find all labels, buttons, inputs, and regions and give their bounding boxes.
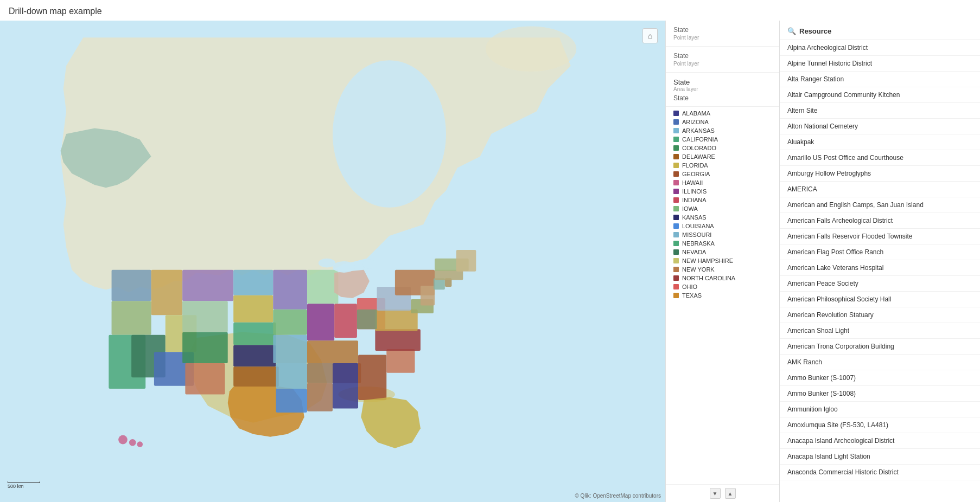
resource-list-item[interactable]: Ammo Bunker (S-1008) (780, 386, 980, 402)
legend-layer1-subtitle: Point layer (673, 35, 772, 41)
legend-item[interactable]: OHIO (673, 282, 772, 291)
legend-item[interactable]: NORTH CAROLINA (673, 274, 772, 282)
right-panel: State Point layer State Point layer Stat… (665, 21, 980, 502)
svg-rect-7 (112, 301, 151, 335)
resource-list-item[interactable]: Anacapa Island Light Station (780, 449, 980, 465)
svg-rect-24 (273, 335, 307, 363)
svg-rect-36 (386, 349, 415, 373)
scroll-up-button[interactable]: ▲ (725, 488, 736, 499)
resource-list-item[interactable]: Altair Campground Community Kitchen (780, 87, 980, 103)
resource-list-item[interactable]: Amarillo US Post Office and Courthouse (780, 150, 980, 166)
legend-color (673, 128, 679, 133)
svg-point-3 (129, 439, 136, 446)
legend-items-list[interactable]: ALABAMAARIZONAARKANSASCALIFORNIACOLORADO… (666, 107, 779, 484)
map-attribution: © Qlik: OpenStreetMap contributors (575, 493, 661, 499)
resource-list-item[interactable]: Anacapa Island Archeological District (780, 433, 980, 449)
legend-item[interactable]: ILLINOIS (673, 187, 772, 196)
legend-layer1-title: State (673, 26, 772, 34)
legend-item[interactable]: TEXAS (673, 291, 772, 300)
legend-color (673, 111, 679, 116)
resource-list-item[interactable]: Amburgy Hollow Petroglyphs (780, 166, 980, 182)
legend-color (673, 197, 679, 203)
legend-item[interactable]: COLORADO (673, 144, 772, 152)
resource-list-item[interactable]: Ammo Bunker (S-1007) (780, 370, 980, 386)
resource-list-item[interactable]: Aluakpak (780, 134, 980, 150)
legend-item[interactable]: IOWA (673, 204, 772, 213)
legend-color (673, 232, 679, 237)
legend-state-name: MISSOURI (682, 231, 711, 238)
svg-rect-17 (233, 270, 273, 295)
resource-panel: 🔍 Resource Alpina Archeological District… (780, 21, 980, 502)
resource-list-item[interactable]: American Trona Corporation Building (780, 339, 980, 355)
legend-item[interactable]: NEBRASKA (673, 239, 772, 248)
svg-rect-48 (456, 250, 476, 272)
legend-item[interactable]: NEVADA (673, 248, 772, 256)
svg-rect-29 (334, 304, 357, 338)
resource-list-item[interactable]: American Lake Veterans Hospital (780, 260, 980, 276)
resource-list-item[interactable]: American Falls Archeological District (780, 213, 980, 229)
resource-list-item[interactable]: Amoxiumqua Site (FS-530, LA481) (780, 417, 980, 433)
svg-rect-6 (112, 270, 151, 301)
legend-color (673, 249, 679, 255)
map-container[interactable]: ⌂ 500 km © Qlik: OpenStreetMap contribut… (0, 21, 665, 502)
resource-list-item[interactable]: Alpina Archeological District (780, 40, 980, 56)
legend-item[interactable]: DELAWARE (673, 152, 772, 161)
resource-list-item[interactable]: Alton National Cemetery (780, 119, 980, 134)
legend-item[interactable]: NEW HAMPSHIRE (673, 256, 772, 265)
legend-item[interactable]: NEW YORK (673, 265, 772, 274)
legend-states-label: State (673, 94, 772, 102)
resource-list-item[interactable]: American Revolution Statuary (780, 307, 980, 323)
resource-list-item[interactable]: Alta Ranger Station (780, 72, 980, 87)
legend-color (673, 137, 679, 142)
resource-list-item[interactable]: AMK Ranch (780, 355, 980, 370)
svg-point-1 (486, 26, 576, 72)
legend-color (673, 145, 679, 151)
svg-rect-15 (182, 332, 228, 363)
legend-color (673, 215, 679, 220)
legend-color (673, 163, 679, 168)
legend-item[interactable]: CALIFORNIA (673, 135, 772, 144)
legend-state-name: NEVADA (682, 249, 706, 255)
resource-list-item[interactable]: Alpine Tunnel Historic District (780, 56, 980, 72)
legend-item[interactable]: KANSAS (673, 213, 772, 222)
resource-list-item[interactable]: American and English Camps, San Juan Isl… (780, 197, 980, 213)
legend-item[interactable]: FLORIDA (673, 161, 772, 170)
legend-color (673, 284, 679, 289)
svg-rect-9 (151, 270, 182, 316)
legend-item[interactable]: ALABAMA (673, 109, 772, 118)
svg-point-4 (137, 441, 143, 447)
legend-state-name: NORTH CAROLINA (682, 275, 735, 281)
legend-item[interactable]: GEORGIA (673, 170, 772, 178)
scroll-down-button[interactable]: ▼ (710, 488, 721, 499)
svg-rect-19 (233, 323, 276, 345)
legend-item[interactable]: HAWAII (673, 178, 772, 187)
legend-item[interactable]: INDIANA (673, 196, 772, 204)
resource-list-item[interactable]: Ammunition Igloo (780, 402, 980, 417)
legend-item[interactable]: MISSOURI (673, 230, 772, 239)
home-button[interactable]: ⌂ (642, 28, 658, 43)
svg-rect-18 (233, 295, 273, 323)
legend-color (673, 258, 679, 263)
resource-list-item[interactable]: Anaconda Commercial Historic District (780, 465, 980, 480)
legend-item[interactable]: LOUISIANA (673, 222, 772, 230)
svg-rect-27 (307, 270, 338, 304)
resource-list-item[interactable]: American Philosophical Society Hall (780, 292, 980, 307)
legend-area-subtitle: Area layer (673, 86, 772, 92)
legend-state-name: IOWA (682, 205, 698, 212)
resource-list-item[interactable]: American Falls Reservoir Flooded Townsit… (780, 229, 980, 244)
svg-point-51 (362, 260, 376, 269)
legend-item[interactable]: ARKANSAS (673, 126, 772, 135)
legend-state-name: NEW HAMPSHIRE (682, 258, 733, 264)
resource-list-item[interactable]: American Flag Post Office Ranch (780, 244, 980, 260)
resource-list-item[interactable]: American Peace Society (780, 276, 980, 292)
legend-state-name: ILLINOIS (682, 188, 707, 195)
svg-rect-14 (182, 301, 228, 332)
legend-item[interactable]: ARIZONA (673, 118, 772, 126)
resource-list-item[interactable]: American Shoal Light (780, 323, 980, 339)
resource-list-item[interactable]: Altern Site (780, 103, 980, 119)
resource-list-item[interactable]: AMERICA (780, 182, 980, 197)
legend-color (673, 206, 679, 211)
legend-state-name: HAWAII (682, 179, 703, 186)
legend-color (673, 275, 679, 281)
resource-list[interactable]: Alpina Archeological DistrictAlpine Tunn… (780, 40, 980, 502)
